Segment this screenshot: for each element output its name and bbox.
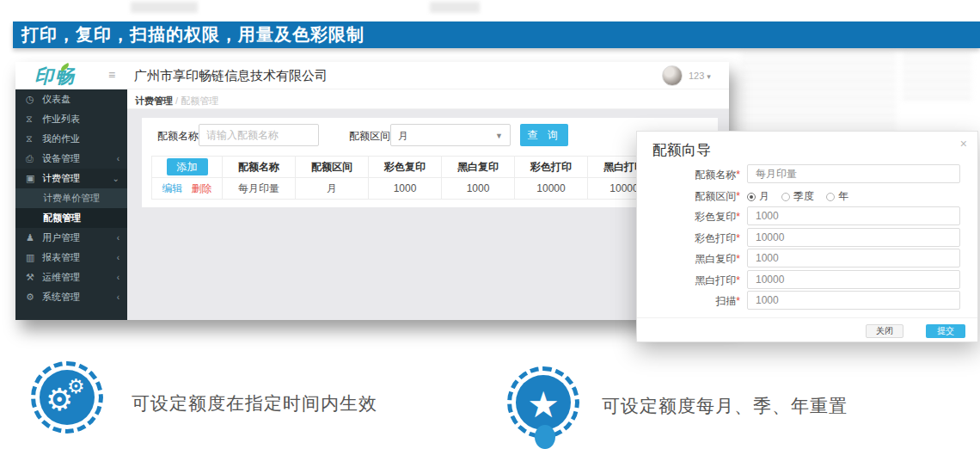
field-quota-name: 配额名称*: [637, 164, 977, 183]
sidebar: ◷ 仪表盘 ⧖ 作业列表 ⧖ 我的作业 ⎙ 设备管理 ‹ ▣ 计费管理 ⌄: [15, 89, 127, 320]
field-quota-range: 配额区间* 月 季度 年: [637, 186, 977, 205]
quota-wizard-modal: 配额向导 × 配额名称* 配额区间* 月 季度 年 彩色复印* 彩色打印* 黑白…: [636, 131, 978, 342]
sidebar-item-label: 计费单价管理: [43, 192, 100, 205]
banner-title: 打印，复印，扫描的权限，用量及色彩限制: [21, 23, 364, 46]
quota-table: 添加 配额名称 配额区间 彩色复印 黑白复印 彩色打印 黑白打印 编辑删除 每月…: [151, 156, 718, 200]
printer-icon: ⎙: [26, 153, 42, 164]
faint-artifact: [430, 2, 480, 13]
field-label: 彩色打印: [695, 232, 736, 244]
field-label: 彩色复印: [695, 211, 736, 223]
field-label: 黑白打印: [695, 274, 736, 286]
quota-range-select[interactable]: 月 ▼: [390, 124, 511, 146]
bw-copy-field[interactable]: [747, 249, 960, 268]
radio-unchecked-icon: [826, 193, 835, 201]
required-mark: *: [736, 274, 740, 286]
quota-panel: 配额名称 配额区间 月 ▼ 查 询 添加 配额名称 配额区间 彩色复印 黑白复印: [142, 118, 718, 207]
radio-label: 季度: [793, 189, 814, 204]
radio-label: 月: [759, 189, 769, 204]
feature-ring: ⚙ ⚙: [31, 361, 103, 434]
sidebar-item-users[interactable]: ♟ 用户管理 ‹: [15, 228, 127, 248]
sidebar-item-billing-price[interactable]: 计费单价管理: [15, 188, 127, 208]
select-caret-icon: ▼: [495, 132, 503, 140]
field-label: 黑白复印: [695, 253, 736, 265]
sidebar-item-devices[interactable]: ⎙ 设备管理 ‹: [15, 149, 127, 169]
faint-artifact: [131, 2, 198, 13]
modal-submit-button[interactable]: 提交: [926, 324, 965, 338]
chevron-left-icon: ‹: [117, 233, 119, 243]
modal-close-button[interactable]: 关闭: [866, 324, 903, 338]
chevron-left-icon: ‹: [117, 273, 119, 282]
table-header-row: 添加 配额名称 配额区间 彩色复印 黑白复印 彩色打印 黑白打印: [152, 157, 718, 178]
sidebar-item-reports[interactable]: ▥ 报表管理 ‹: [15, 248, 127, 268]
sidebar-item-ops[interactable]: ⚒ 运维管理 ‹: [15, 268, 127, 287]
breadcrumb-separator: /: [175, 95, 178, 106]
brand-logo-text: 印畅: [34, 65, 76, 87]
sidebar-item-my-jobs[interactable]: ⧖ 我的作业: [15, 129, 127, 149]
gears-icon: ⚙ ⚙: [40, 370, 95, 425]
user-avatar[interactable]: [662, 65, 683, 86]
query-button[interactable]: 查 询: [520, 124, 568, 146]
app-header: 印畅 ≡ 广州市享印畅链信息技术有限公司 123▾: [15, 62, 729, 89]
breadcrumb: 计费管理 / 配额管理: [127, 89, 729, 109]
color-print-field[interactable]: [747, 228, 960, 247]
sidebar-item-system[interactable]: ⚙ 系统管理 ‹: [15, 287, 127, 307]
radio-label: 年: [838, 189, 848, 204]
sidebar-item-job-list[interactable]: ⧖ 作业列表: [15, 109, 127, 129]
bw-print-field[interactable]: [747, 270, 960, 289]
close-icon[interactable]: ×: [960, 137, 967, 151]
radio-quarter[interactable]: 季度: [781, 189, 814, 204]
quota-name-field[interactable]: [747, 164, 960, 183]
col-header-quota-range: 配额区间: [296, 157, 369, 178]
radio-year[interactable]: 年: [826, 189, 848, 204]
hourglass-icon: ⧖: [26, 133, 42, 145]
scan-field[interactable]: [747, 291, 960, 310]
feature-text-reset: 可设定额度每月、季、年重置: [602, 394, 848, 418]
chevron-left-icon: ‹: [117, 292, 119, 302]
cell-bw-copy: 1000: [442, 178, 515, 200]
field-color-print: 彩色打印*: [637, 228, 977, 247]
required-mark: *: [736, 295, 740, 307]
user-menu[interactable]: 123▾: [689, 71, 711, 81]
sidebar-item-label: 报表管理: [42, 251, 80, 264]
billing-card-icon: ▣: [26, 173, 42, 184]
dashboard-clock-icon: ◷: [26, 94, 42, 105]
breadcrumb-current: 配额管理: [181, 95, 218, 106]
field-bw-print: 黑白打印*: [637, 270, 977, 289]
chevron-down-icon: ▾: [707, 72, 711, 81]
delete-link[interactable]: 删除: [192, 182, 212, 194]
sidebar-item-dashboard[interactable]: ◷ 仪表盘: [15, 89, 127, 109]
selected-option: 月: [398, 130, 408, 142]
breadcrumb-section[interactable]: 计费管理: [135, 95, 173, 106]
sidebar-item-label: 用户管理: [42, 231, 80, 244]
required-mark: *: [736, 169, 740, 181]
sidebar-item-label: 系统管理: [42, 291, 80, 304]
app-window: 印畅 ≡ 广州市享印畅链信息技术有限公司 123▾ ◷ 仪表盘 ⧖ 作业列表 ⧖…: [15, 62, 729, 320]
hamburger-menu-icon[interactable]: ≡: [108, 68, 115, 82]
sidebar-item-label: 我的作业: [42, 132, 80, 145]
color-copy-field[interactable]: [747, 206, 960, 225]
faint-artifact: [903, 53, 971, 105]
star-glyph: ★: [516, 379, 571, 430]
edit-link[interactable]: 编辑: [162, 182, 183, 194]
ops-gears-icon: ⚒: [26, 272, 42, 283]
sidebar-item-label: 仪表盘: [42, 93, 70, 106]
radio-month[interactable]: 月: [747, 189, 769, 204]
radio-unchecked-icon: [781, 193, 790, 201]
required-mark: *: [736, 190, 740, 202]
faint-artifact: [741, 53, 896, 139]
chevron-left-icon: ‹: [117, 253, 119, 262]
modal-footer-divider: [637, 317, 977, 318]
quota-name-input[interactable]: [199, 124, 319, 146]
hourglass-icon: ⧖: [26, 114, 42, 125]
cell-quota-name: 每月印量: [223, 178, 296, 200]
star-icon: ★: [516, 375, 571, 430]
sidebar-item-billing[interactable]: ▣ 计费管理 ⌄: [15, 169, 127, 188]
sidebar-item-quota[interactable]: 配额管理: [15, 208, 127, 228]
add-button[interactable]: 添加: [167, 158, 208, 175]
cell-color-copy: 1000: [369, 178, 442, 200]
sidebar-item-label: 配额管理: [43, 212, 81, 224]
field-label: 配额名称: [695, 169, 736, 181]
page: 打印，复印，扫描的权限，用量及色彩限制 印畅 ≡ 广州市享印畅链信息技术有限公司…: [0, 0, 980, 449]
quota-name-label: 配额名称: [157, 129, 199, 144]
system-gear-icon: ⚙: [26, 292, 42, 303]
